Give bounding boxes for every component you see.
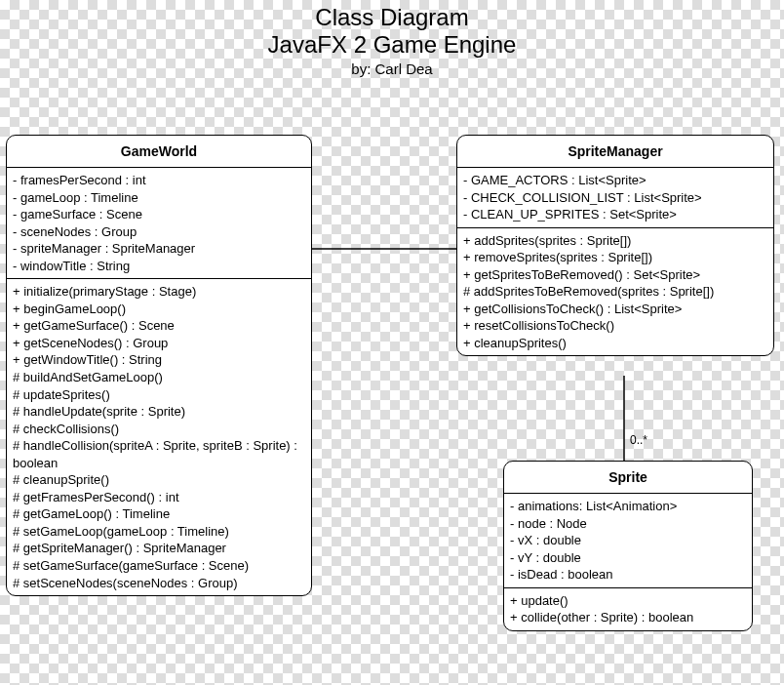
attr-line: - CHECK_COLLISION_LIST : List<Sprite>: [463, 189, 767, 207]
method-line: # getGameLoop() : Timeline: [13, 505, 305, 523]
method-line: # setSceneNodes(sceneNodes : Group): [13, 575, 305, 592]
attr-line: - gameLoop : Timeline: [13, 189, 305, 207]
method-line: + update(): [510, 592, 746, 610]
method-line: # setGameSurface(gameSurface : Scene): [13, 557, 305, 575]
diagram-subtitle: JavaFX 2 Game Engine: [0, 31, 784, 59]
attributes-sprite: - animations: List<Animation> - node : N…: [504, 494, 752, 588]
method-line: + initialize(primaryStage : Stage): [13, 283, 305, 301]
method-line: + resetCollisionsToCheck(): [463, 317, 767, 335]
method-line: + addSprites(sprites : Sprite[]): [463, 232, 767, 250]
attr-line: - animations: List<Animation>: [510, 498, 746, 515]
methods-sprite: + update() + collide(other : Sprite) : b…: [504, 588, 752, 630]
attr-line: - framesPerSecond : int: [13, 172, 305, 189]
method-line: # setGameLoop(gameLoop : Timeline): [13, 523, 305, 541]
attr-line: - CLEAN_UP_SPRITES : Set<Sprite>: [463, 206, 767, 223]
class-box-spritemanager: SpriteManager - GAME_ACTORS : List<Sprit…: [456, 135, 774, 356]
attr-line: - sceneNodes : Group: [13, 223, 305, 241]
method-line: # handleCollision(spriteA : Sprite, spri…: [13, 437, 305, 471]
method-line: # buildAndSetGameLoop(): [13, 369, 305, 386]
attr-line: - isDead : boolean: [510, 566, 746, 584]
method-line: + getSpritesToBeRemoved() : Set<Sprite>: [463, 266, 767, 284]
diagram-byline: by: Carl Dea: [0, 60, 784, 77]
method-line: + cleanupSprites(): [463, 335, 767, 352]
attributes-gameworld: - framesPerSecond : int - gameLoop : Tim…: [7, 168, 311, 279]
method-line: + beginGameLoop(): [13, 301, 305, 318]
class-name-spritemanager: SpriteManager: [457, 136, 773, 168]
diagram-canvas: Class Diagram JavaFX 2 Game Engine by: C…: [0, 0, 784, 685]
diagram-title: Class Diagram: [0, 4, 784, 31]
methods-gameworld: + initialize(primaryStage : Stage) + beg…: [7, 279, 311, 595]
attr-line: - GAME_ACTORS : List<Sprite>: [463, 172, 767, 189]
attributes-spritemanager: - GAME_ACTORS : List<Sprite> - CHECK_COL…: [457, 168, 773, 228]
class-box-gameworld: GameWorld - framesPerSecond : int - game…: [6, 135, 312, 596]
method-line: + removeSprites(sprites : Sprite[]): [463, 249, 767, 266]
method-line: # getSpriteManager() : SpriteManager: [13, 540, 305, 557]
method-line: + collide(other : Sprite) : boolean: [510, 609, 746, 626]
method-line: + getSceneNodes() : Group: [13, 335, 305, 352]
attr-line: - node : Node: [510, 515, 746, 533]
diagram-header: Class Diagram JavaFX 2 Game Engine by: C…: [0, 4, 784, 77]
attr-line: - windowTitle : String: [13, 258, 305, 275]
multiplicity-label: 0..*: [630, 433, 647, 447]
attr-line: - gameSurface : Scene: [13, 206, 305, 223]
attr-line: - vX : double: [510, 532, 746, 549]
class-box-sprite: Sprite - animations: List<Animation> - n…: [503, 461, 753, 631]
method-line: # checkCollisions(): [13, 421, 305, 438]
methods-spritemanager: + addSprites(sprites : Sprite[]) + remov…: [457, 228, 773, 356]
attr-line: - vY : double: [510, 549, 746, 567]
method-line: # cleanupSprite(): [13, 471, 305, 489]
class-name-gameworld: GameWorld: [7, 136, 311, 168]
method-line: # handleUpdate(sprite : Sprite): [13, 403, 305, 421]
attr-line: - spriteManager : SpriteManager: [13, 240, 305, 258]
class-name-sprite: Sprite: [504, 462, 752, 494]
method-line: # addSpritesToBeRemoved(sprites : Sprite…: [463, 283, 767, 301]
method-line: + getCollisionsToCheck() : List<Sprite>: [463, 301, 767, 318]
method-line: # updateSprites(): [13, 386, 305, 404]
method-line: + getGameSurface() : Scene: [13, 317, 305, 335]
method-line: + getWindowTitle() : String: [13, 351, 305, 369]
method-line: # getFramesPerSecond() : int: [13, 489, 305, 506]
